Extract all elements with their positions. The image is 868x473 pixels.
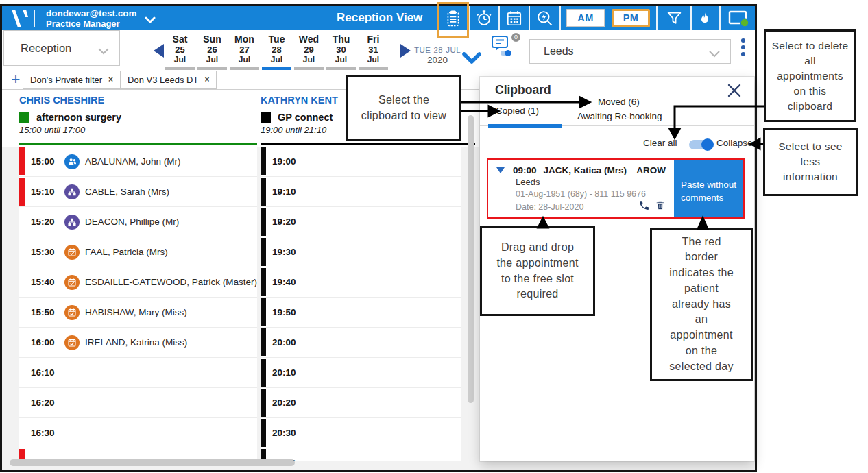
slot-time: 19:40 <box>272 277 306 287</box>
slot-time: 19:20 <box>272 217 306 227</box>
clinician-column-header: KATHRYN KENT GP connect 19:00 until 21:1… <box>261 95 338 135</box>
close-icon[interactable] <box>727 83 743 99</box>
clipboard-title: Clipboard <box>495 83 551 97</box>
day-cell-wed[interactable]: Wed 29 Jul <box>293 34 325 70</box>
pm-toggle[interactable]: PM <box>610 6 652 30</box>
expand-caret-icon[interactable] <box>496 167 505 173</box>
appointment-slot[interactable]: 16:00IRELAND, Katrina (Miss) <box>19 328 257 358</box>
tab-awaiting-rebooking[interactable]: Awaiting Re-booking <box>577 111 662 121</box>
user-role: Practice Manager <box>46 19 136 29</box>
appointments-timer-icon[interactable] <box>469 6 498 30</box>
appointment-slot[interactable]: 20:20 <box>261 388 461 418</box>
phone-icon[interactable] <box>638 199 650 214</box>
slot-time: 15:40 <box>31 277 64 287</box>
close-icon[interactable]: × <box>108 75 113 84</box>
am-button[interactable]: AM <box>566 9 605 27</box>
appointment-slot[interactable]: 19:40 <box>261 267 461 298</box>
slot-status-bar <box>261 208 266 236</box>
appointment-slot[interactable]: 19:20 <box>261 207 461 237</box>
vertical-scrollbar[interactable] <box>468 115 474 403</box>
chevron-down-icon[interactable] <box>145 14 156 26</box>
appointment-slot[interactable]: 16:30 <box>19 418 257 448</box>
appointment-slot[interactable]: 15:40ESDAILLE-GATEWOOD, Patrick (Master) <box>19 267 257 298</box>
previous-week-button[interactable] <box>154 44 164 58</box>
appointment-slot[interactable]: 20:00 <box>261 328 461 358</box>
calendar-check-icon <box>64 275 80 290</box>
collapse-toggle[interactable] <box>689 140 712 149</box>
horizontal-scrollbar[interactable] <box>10 459 295 466</box>
appointment-slot[interactable]: 20:30 <box>261 418 461 448</box>
day-cell-mon[interactable]: Mon 27 Jul <box>228 34 261 70</box>
date-picker-chevron-icon[interactable] <box>461 52 482 67</box>
slot-status-bar <box>261 359 266 387</box>
filter-icon[interactable] <box>659 6 689 30</box>
screen-status-icon[interactable] <box>721 6 755 30</box>
quick-search-icon[interactable] <box>529 6 559 30</box>
day-cell-thu[interactable]: Thu 30 Jul <box>325 34 357 70</box>
slot-status-bar <box>261 298 266 326</box>
clinician-name[interactable]: KATHRYN KENT <box>261 95 338 106</box>
slot-time: 20:10 <box>272 367 306 378</box>
appointment-slot[interactable]: 16:10 <box>19 358 257 388</box>
chevron-down-icon <box>97 45 110 58</box>
slot-status-bar <box>19 298 25 326</box>
appointment-slot[interactable]: 19:50 <box>261 298 461 328</box>
view-selector[interactable]: Reception <box>3 30 120 66</box>
appointment-slot[interactable]: 16:20 <box>19 388 257 418</box>
day-cell-tue[interactable]: Tue 28 Jul <box>261 34 293 70</box>
day-name: Sun <box>196 34 228 45</box>
session-time-range: 19:00 until 21:10 <box>261 125 338 135</box>
pm-button[interactable]: PM <box>612 9 650 27</box>
user-menu[interactable]: dondewar@test.com Practice Manager <box>46 8 136 29</box>
filter-tabs: Don's Private filter × Don V3 Leeds DT × <box>23 71 217 89</box>
day-month: Jul <box>196 55 228 65</box>
add-filter-button[interactable]: + <box>8 72 23 87</box>
tab-copied[interactable]: Copied (1) <box>496 106 539 116</box>
selected-date-year: 2020 <box>412 55 463 65</box>
slot-time: 19:00 <box>272 156 306 167</box>
filter-tab[interactable]: Don's Private filter × <box>23 71 121 89</box>
clipboard-icon[interactable] <box>438 6 468 30</box>
day-cell-fri[interactable]: Fri 31 Jul <box>357 34 389 70</box>
appointment-slot[interactable]: 15:00ABALUNAM, John (Mr) <box>19 147 257 177</box>
appointment-slot[interactable]: 19:30 <box>261 237 461 267</box>
clinician-name[interactable]: CHRIS CHESHIRE <box>19 95 121 106</box>
day-month: Jul <box>293 55 325 65</box>
appointment-slot[interactable]: 15:20DEACON, Phillipe (Mr) <box>19 207 257 237</box>
appointment-slot[interactable]: 20:10 <box>261 358 461 388</box>
day-cell-sat[interactable]: Sat 25 Jul <box>164 34 196 70</box>
appointment-slot[interactable]: 15:50HABISHAW, Mary (Miss) <box>19 298 257 328</box>
slot-status-bar <box>19 389 25 417</box>
appointment-slot[interactable]: 19:10 <box>261 177 461 207</box>
next-week-button[interactable] <box>400 44 411 58</box>
slot-status-bar <box>19 359 25 387</box>
slot-time: 16:20 <box>31 398 64 408</box>
hot-tasks-icon[interactable] <box>692 6 718 30</box>
day-cell-sun[interactable]: Sun 26 Jul <box>196 34 228 70</box>
tab-moved[interactable]: Moved (6) <box>598 97 640 107</box>
paste-without-comments-button[interactable]: Paste without comments <box>674 160 743 217</box>
clear-all-button[interactable]: Clear all <box>643 138 677 148</box>
clinician-column-header: CHRIS CHESHIRE afternoon surgery 15:00 u… <box>19 95 121 135</box>
day-month: Jul <box>357 55 389 65</box>
patient-name: DEACON, Phillipe (Mr) <box>85 217 179 227</box>
network-icon <box>64 215 80 230</box>
am-toggle[interactable]: AM <box>563 6 608 30</box>
trash-icon[interactable] <box>655 199 666 214</box>
appointment-slot[interactable]: 15:10CABLE, Sarah (Mrs) <box>19 177 257 207</box>
patient-name: IRELAND, Katrina (Miss) <box>85 337 187 348</box>
card-slot-type: AROW <box>636 165 666 175</box>
clipboard-appointment-card[interactable]: 09:00 JACK, Katica (Mrs) AROW Leeds 01-A… <box>487 158 745 219</box>
slot-time: 15:50 <box>31 307 64 317</box>
patient-name: FAAL, Patricia (Mrs) <box>85 247 168 257</box>
selected-date-label: TUE-28-JUL <box>412 46 463 54</box>
comments-toggle-icon[interactable]: 0 <box>490 33 522 67</box>
filter-tab[interactable]: Don V3 Leeds DT × <box>120 71 217 89</box>
more-options-icon[interactable] <box>741 38 745 56</box>
location-selector[interactable]: Leeds <box>529 39 731 64</box>
annotation-drag-drop: Drag and drop the appointment to the fre… <box>480 226 595 316</box>
calendar-icon[interactable] <box>499 6 529 30</box>
appointment-slot[interactable]: 15:30FAAL, Patricia (Mrs) <box>19 237 257 267</box>
appointment-slot[interactable]: 19:00 <box>261 147 461 177</box>
close-icon[interactable]: × <box>204 75 209 84</box>
